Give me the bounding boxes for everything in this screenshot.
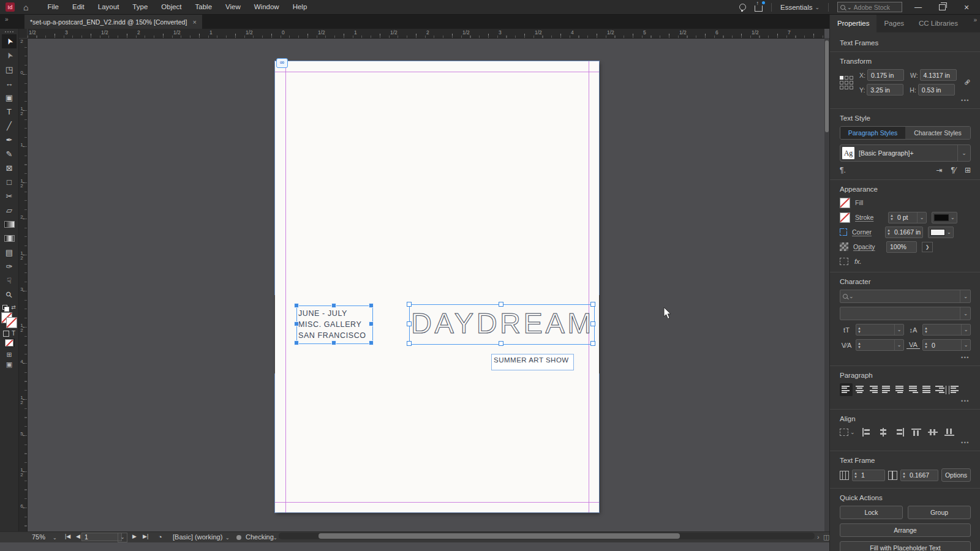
corner-label[interactable]: Corner — [852, 228, 880, 236]
minimize-button[interactable]: — — [911, 3, 925, 12]
chevron-down-icon[interactable]: ⌄ — [960, 290, 968, 302]
fx-icon[interactable]: fx. — [854, 258, 862, 265]
workspace-switcher[interactable]: Essentials ⌄ — [780, 4, 820, 11]
gutter-value[interactable]: 0.1667 — [907, 471, 938, 479]
frame-handle[interactable] — [590, 341, 595, 346]
ruler-origin[interactable] — [18, 29, 28, 39]
preflight-profile[interactable]: [Basic] (working) — [173, 533, 222, 541]
menu-window[interactable]: Window — [247, 0, 286, 14]
zoom-level[interactable]: 75% — [32, 533, 45, 541]
status-chevron-icon[interactable]: ⌄ — [273, 535, 277, 541]
kerning-stepper[interactable]: ▲▼⌄ — [856, 339, 904, 351]
vertical-ruler[interactable]: 120121122123124125126 — [18, 38, 28, 531]
frame-handle[interactable] — [369, 340, 374, 345]
panel-tab-pages[interactable]: Pages — [876, 14, 911, 32]
formatting-affects-container-icon[interactable] — [3, 331, 9, 337]
toolbar-expand-icon[interactable]: » — [5, 16, 9, 23]
stroke-swatch-none[interactable] — [6, 317, 17, 328]
align-horizontal-center-button[interactable] — [877, 427, 889, 438]
tracking-stepper[interactable]: ▲▼0⌄ — [922, 339, 971, 351]
first-page-button[interactable]: |◀ — [65, 533, 70, 539]
new-style-icon[interactable]: ⊞ — [965, 166, 971, 174]
transform-more-options[interactable]: ••• — [840, 97, 970, 103]
direct-selection-tool[interactable]: ➤ — [2, 48, 17, 62]
lock-button[interactable]: Lock — [840, 506, 903, 519]
stroke-weight-value[interactable]: 0 pt — [895, 214, 917, 221]
paragraph-styles-tab[interactable]: Paragraph Styles — [840, 127, 905, 139]
frame-handle[interactable] — [590, 321, 595, 326]
frame-handle[interactable] — [331, 303, 336, 308]
justify-right-button[interactable] — [907, 383, 920, 396]
preflight-chevron-icon[interactable]: ⌄ — [225, 535, 230, 541]
gap-tool[interactable]: ↔ — [2, 77, 17, 91]
previous-page-button[interactable]: ◀ — [76, 533, 80, 539]
menu-view[interactable]: View — [219, 0, 247, 14]
menu-edit[interactable]: Edit — [66, 0, 91, 14]
panel-tab-cc-libraries[interactable]: CC Libraries — [911, 14, 965, 32]
scroll-right-icon[interactable]: › — [817, 533, 820, 541]
corner-shape-dropdown[interactable]: ⌄ — [928, 227, 954, 238]
horizontal-scrollbar-thumb[interactable] — [318, 533, 680, 539]
text-frame-options-button[interactable]: Options — [941, 468, 971, 482]
scissors-tool[interactable]: ✂ — [2, 189, 17, 203]
redefine-style-icon[interactable]: ⇥ — [936, 166, 942, 174]
menu-object[interactable]: Object — [154, 0, 188, 14]
page-tool[interactable]: ◳ — [2, 62, 17, 77]
align-toward-spine-button[interactable] — [934, 383, 947, 396]
tracking-value[interactable]: 0 — [929, 342, 961, 349]
columns-value[interactable]: 1 — [859, 471, 884, 479]
frame-handle[interactable] — [407, 341, 412, 346]
screen-mode-icon[interactable]: ▣ — [6, 361, 12, 369]
x-field[interactable]: 0.175 in — [867, 69, 904, 81]
frame-handle[interactable] — [331, 340, 336, 345]
frame-handle[interactable] — [294, 340, 299, 345]
opacity-label[interactable]: Opacity — [853, 243, 881, 250]
restore-button[interactable] — [939, 4, 946, 10]
corner-radius-value[interactable]: 0.1667 in — [892, 228, 922, 236]
frame-handle[interactable] — [590, 302, 595, 307]
zoom-tool[interactable]: ⚲ — [2, 288, 17, 302]
menu-help[interactable]: Help — [286, 0, 314, 14]
page-number-field[interactable]: 1 — [81, 533, 122, 541]
frame-tool[interactable]: ⊠ — [2, 161, 17, 175]
content-collector-tool[interactable]: ▣ — [2, 91, 17, 105]
vertical-scrollbar[interactable] — [824, 38, 829, 531]
w-field[interactable]: 4.1317 in — [920, 69, 957, 81]
align-vertical-center-button[interactable] — [927, 427, 939, 438]
menu-file[interactable]: File — [40, 0, 66, 14]
line-tool[interactable]: ╱ — [2, 119, 17, 133]
horizontal-scrollbar[interactable] — [279, 533, 815, 539]
cc-link-badge-icon[interactable]: ∞ — [276, 58, 288, 68]
zoom-chevron-icon[interactable]: ⌄ — [53, 535, 57, 541]
object-effects-icon[interactable] — [840, 258, 848, 265]
menu-layout[interactable]: Layout — [91, 0, 126, 14]
opacity-value[interactable]: 100% — [886, 241, 917, 253]
swap-fill-stroke-icon[interactable]: ⇄ — [11, 304, 16, 310]
close-button[interactable]: × — [959, 2, 974, 12]
frame-handle[interactable] — [407, 321, 412, 326]
text-frame-venue[interactable]: JUNE - JULY MISC. GALLERY SAN FRANCISCO — [296, 305, 373, 344]
chevron-down-icon[interactable]: ⌄ — [917, 212, 926, 223]
align-more-options[interactable]: ••• — [840, 440, 970, 446]
type-tool[interactable]: T — [2, 105, 17, 119]
align-to-dropdown[interactable]: ⌄ — [840, 429, 855, 436]
align-away-from-spine-button[interactable] — [948, 383, 960, 396]
horizontal-ruler[interactable]: 1/231/221/211/201/211/221/231/241/251/26… — [18, 29, 824, 39]
gradient-tool[interactable] — [2, 217, 17, 231]
stroke-label[interactable]: Stroke — [855, 214, 883, 221]
align-right-button[interactable] — [894, 427, 906, 438]
apply-none-button[interactable] — [4, 339, 15, 347]
page-list-chevron-icon[interactable]: ⌄ — [118, 533, 127, 542]
panel-tab-properties[interactable]: Properties — [830, 14, 876, 32]
default-fill-stroke-icon[interactable] — [2, 305, 8, 310]
selection-tool[interactable]: ➤ — [2, 34, 17, 48]
frame-handle[interactable] — [369, 321, 374, 326]
gradient-feather-tool[interactable] — [2, 231, 17, 246]
align-left-button[interactable] — [861, 427, 873, 438]
free-transform-tool[interactable]: ▱ — [2, 203, 17, 217]
y-field[interactable]: 3.25 in — [867, 84, 903, 96]
font-style-combo[interactable]: ⌄ — [840, 307, 971, 320]
text-frame-subtitle[interactable]: SUMMER ART SHOW — [491, 354, 574, 370]
menu-table[interactable]: Table — [189, 0, 219, 14]
paragraph-style-dropdown[interactable]: Ag [Basic Paragraph]+ ⌄ — [840, 144, 971, 162]
